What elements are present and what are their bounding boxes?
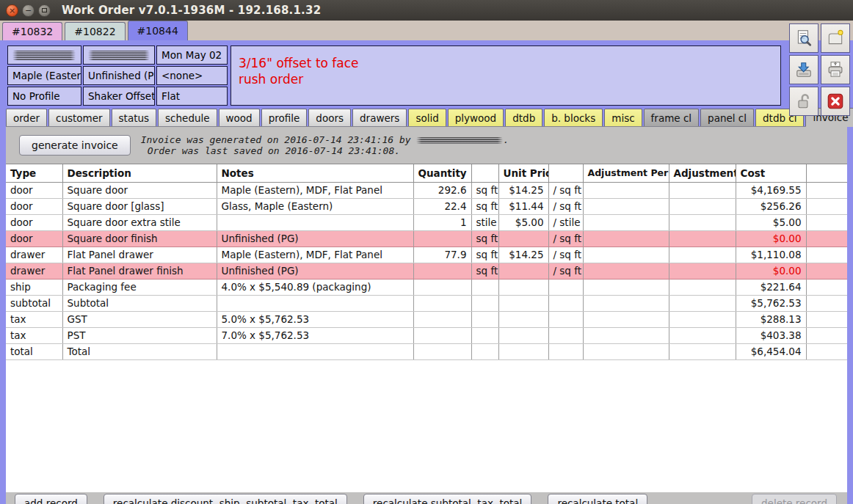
cell-adj_per_unit [583,279,669,295]
add-record-button[interactable]: add record [15,494,87,504]
profile-field[interactable]: No Profile [7,87,81,106]
cell-adjustment [669,182,736,198]
cell-adj_per_unit [583,327,669,343]
invoice-row[interactable]: taxGST5.0% x $5,762.53$288.13 [6,311,847,327]
cell-cost: $4,169.55 [736,182,806,198]
status-line-2: Order was last saved on 2016-07-14 23:41… [141,145,509,156]
unlock-button[interactable] [789,87,818,116]
invoice-row[interactable]: drawerFlat Panel drawer finishUnfinished… [6,263,847,279]
cell-per: / sq ft [548,198,583,214]
window-close-button[interactable]: × [6,4,18,17]
cell-description: Square door [glass] [62,198,217,214]
cell-type: drawer [6,263,62,279]
cell-cost: $0.00 [736,263,806,279]
cell-unit: sq ft [471,230,498,246]
tab-drawers[interactable]: drawers [352,109,407,126]
tab-plywood[interactable]: plywood [448,109,504,126]
invoice-row[interactable]: doorSquare doorMaple (Eastern), MDF, Fla… [6,182,847,198]
cell-description: Packaging fee [62,279,217,295]
panel-field[interactable]: Flat [156,87,228,106]
cell-notes: Maple (Eastern), MDF, Flat Panel [217,182,413,198]
customer-field-redacted[interactable] [7,45,81,65]
invoice-row[interactable]: drawerFlat Panel drawerMaple (Eastern), … [6,246,847,263]
order-tab-10822[interactable]: #10822 [65,22,125,40]
date-field[interactable]: Mon May 02 [156,45,228,65]
cell-unit: stile [471,214,498,230]
document-preview-button[interactable] [789,23,818,53]
door-style-field[interactable]: Shaker Offset [83,87,155,106]
cell-unit [471,295,498,311]
tab-solid[interactable]: solid [408,109,446,126]
cell-notes: Maple (Eastern), MDF, Flat Panel [217,246,413,263]
cell-quantity [413,279,471,295]
cell-unit: sq ft [471,182,498,198]
column-header-adjustment: Adjustment [669,164,736,182]
cell-unit: sq ft [471,246,498,263]
generate-invoice-button[interactable]: generate invoice [19,135,131,156]
cell-description: Square door extra stile [62,214,217,230]
invoice-row[interactable]: doorSquare door [glass]Glass, Maple (Eas… [6,198,847,214]
invoice-row[interactable]: totalTotal$6,454.04 [6,343,847,359]
cell-description: GST [62,311,217,327]
print-button[interactable] [821,55,850,84]
invoice-row[interactable]: shipPackaging fee4.0% x $5,540.89 (packa… [6,279,847,295]
new-document-button[interactable] [821,23,850,53]
save-button[interactable] [789,55,818,84]
invoice-row[interactable]: subtotalSubtotal$5,762.53 [6,295,847,311]
cell-quantity: 77.9 [413,246,471,263]
status-line-1: Invoice was generated on 2016-07-14 23:4… [141,134,509,145]
order-tab-10844[interactable]: #10844 [128,21,188,40]
order-tab-10832[interactable]: #10832 [2,22,62,40]
cell-type: subtotal [6,295,62,311]
recalculate-subtotal-button[interactable]: recalculate subtotal, tax, total [363,494,532,504]
recalculate-total-button[interactable]: recalculate total [548,494,647,504]
tab-doors[interactable]: doors [308,109,351,126]
window-body: Mon May 02 Maple (Eastern) Unfinished (P… [0,40,853,504]
window-maximize-button[interactable] [38,4,51,17]
close-red-icon [826,92,845,111]
tab-profile[interactable]: profile [261,109,308,126]
invoice-row[interactable]: doorSquare door extra stile1stile$5.00/ … [6,214,847,230]
tab-wood[interactable]: wood [219,109,260,126]
cell-unit [471,343,498,359]
app-window: × − Work Order v7.0.1-1936M - 192.168.1.… [0,0,853,504]
order-note[interactable]: 3/16" offset to face rush order [231,45,781,106]
cell-type: door [6,198,62,214]
cell-type: door [6,230,62,246]
cell-description: Subtotal [62,295,217,311]
unlock-icon [794,92,813,111]
window-minimize-button[interactable]: − [22,4,35,17]
tab-panel-cl[interactable]: panel cl [700,109,754,126]
cell-adjustment [669,198,736,214]
cell-type: tax [6,327,62,343]
invoice-row[interactable]: doorSquare door finishUnfinished (PG)sq … [6,230,847,246]
tab-b-blocks[interactable]: b. blocks [544,109,603,126]
invoice-row[interactable]: taxPST7.0% x $5,762.53$403.38 [6,327,847,343]
cell-description: Square door [62,182,217,198]
cell-unit_price: $14.25 [498,182,548,198]
wood-field[interactable]: Maple (Eastern) [7,66,81,85]
cell-adj_per_unit [583,214,669,230]
invoice-panel: generate invoice Invoice was generated o… [6,126,847,504]
cell-blank [806,230,847,246]
reference-field-redacted[interactable] [83,45,155,65]
cell-blank [806,263,847,279]
order-summary-panel: Mon May 02 Maple (Eastern) Unfinished (P… [6,40,847,107]
tab-frame-cl[interactable]: frame cl [644,109,700,126]
close-record-button[interactable] [821,87,850,116]
tab-order[interactable]: order [6,109,47,126]
tab-status[interactable]: status [112,109,156,126]
print-icon [826,60,845,79]
option-field[interactable]: <none> [156,66,228,85]
finish-field[interactable]: Unfinished (PG) [83,66,155,85]
cell-type: door [6,182,62,198]
tab-dtdb[interactable]: dtdb [505,109,542,126]
cell-adjustment [669,279,736,295]
cell-unit_price [498,343,548,359]
cell-unit [471,279,498,295]
cell-type: tax [6,311,62,327]
tab-schedule[interactable]: schedule [158,109,217,126]
recalculate-discount-button[interactable]: recalculate discount, ship, subtotal, ta… [104,494,347,504]
tab-customer[interactable]: customer [48,109,110,126]
tab-misc[interactable]: misc [604,109,642,126]
